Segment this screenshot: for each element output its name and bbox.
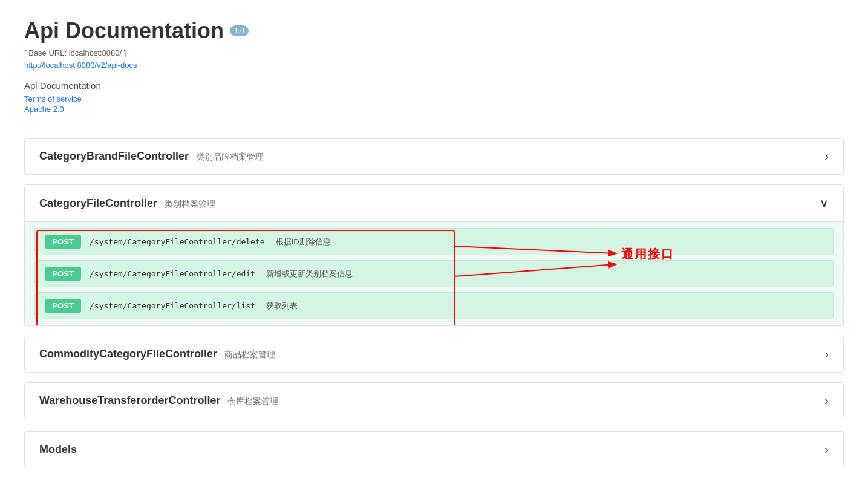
controller-category-file-title: CategoryFileController 类别档案管理 [39,197,215,210]
controller-warehouse-transferorder-header[interactable]: WarehouseTransferorderController 仓库档案管理 … [25,383,843,419]
method-badge-post: POST [45,235,81,249]
endpoint-desc-delete: 根据ID删除信息 [276,237,331,247]
models-chevron-icon: › [824,443,829,457]
endpoint-delete[interactable]: POST /system/CategoryFileController/dele… [34,228,834,255]
api-docs-link[interactable]: http://localhost:8080/v2/api-docs [24,60,137,70]
controller-category-file: CategoryFileController 类别档案管理 ∨ [24,184,844,326]
endpoint-desc-list: 获取列表 [266,301,298,312]
page-header: Api Documentation 1.0 [ Base URL: localh… [24,18,844,114]
controller-commodity-category-file: CommodityCategoryFileController 商品档案管理 › [24,336,844,373]
models-section: Models › [24,431,844,468]
description: Api Documentation [24,80,844,91]
annotation-label: 通用接口 [621,246,674,263]
controller-category-brand-file: CategoryBrandFileController 类别品牌档案管理 › [24,138,844,175]
endpoints-wrapper: 通用接口 POST /system/CategoryFileController… [34,228,834,319]
page-title: Api Documentation 1.0 [24,18,844,44]
controller-warehouse-transferorder-title: WarehouseTransferorderController 仓库档案管理 [39,394,278,407]
models-header[interactable]: Models › [25,432,843,468]
method-badge-post-3: POST [45,299,81,313]
version-badge: 1.0 [230,25,249,36]
endpoint-path-list: /system/CategoryFileController/list [90,301,255,310]
endpoint-edit[interactable]: POST /system/CategoryFileController/edit… [34,260,834,287]
controller-commodity-category-file-header[interactable]: CommodityCategoryFileController 商品档案管理 › [25,336,843,372]
controller-category-file-header[interactable]: CategoryFileController 类别档案管理 ∨ [25,185,843,221]
base-url: [ Base URL: localhost:8080/ ] [24,48,844,57]
controller-commodity-category-file-title: CommodityCategoryFileController 商品档案管理 [39,348,275,361]
chevron-down-icon: ∨ [820,196,829,210]
chevron-right-icon: › [824,149,829,163]
models-title: Models [39,443,77,456]
method-badge-post-2: POST [45,267,81,281]
terms-of-service-link[interactable]: Terms of service [24,94,844,103]
apache-link[interactable]: Apache 2.0 [24,105,844,114]
controller-category-file-body: 通用接口 POST /system/CategoryFileController… [25,221,843,325]
controller-warehouse-transferorder: WarehouseTransferorderController 仓库档案管理 … [24,382,844,419]
chevron-right-icon-3: › [824,394,829,408]
controller-category-brand-file-title: CategoryBrandFileController 类别品牌档案管理 [39,150,264,163]
endpoint-list[interactable]: POST /system/CategoryFileController/list… [34,292,834,319]
endpoint-path-delete: /system/CategoryFileController/delete [90,237,265,246]
controllers-section: CategoryBrandFileController 类别品牌档案管理 › C… [24,138,844,419]
chevron-right-icon-2: › [824,347,829,361]
controller-category-brand-file-header[interactable]: CategoryBrandFileController 类别品牌档案管理 › [25,139,843,174]
title-text: Api Documentation [24,18,224,44]
endpoint-path-edit: /system/CategoryFileController/edit [90,269,255,278]
endpoint-desc-edit: 新增或更新类别档案信息 [266,269,353,279]
